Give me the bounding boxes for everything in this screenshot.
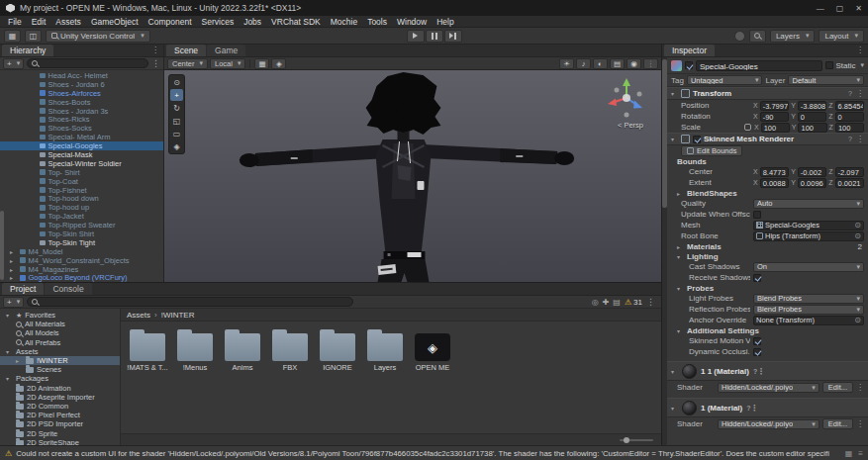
lighting-toggle-icon[interactable]: ☀ (559, 58, 574, 69)
component-menu-icon[interactable] (751, 404, 759, 413)
position-y-field[interactable]: -3.8808 (798, 101, 826, 111)
hierarchy-item[interactable]: M4_World_Constraint_Objects (0, 256, 163, 265)
material-header[interactable]: 1 (Material) (667, 398, 868, 417)
menu-item[interactable]: Jobs (239, 17, 266, 27)
foldout-icon[interactable] (671, 90, 678, 97)
rotation-z-field[interactable]: 0 (835, 112, 864, 122)
perspective-label[interactable]: < Persp (618, 121, 643, 130)
account-icon[interactable]: ◫ (25, 30, 42, 43)
project-asset[interactable]: !MATS & T... (125, 327, 170, 372)
shader-dropdown[interactable]: Hidden/Locked/.poiyo (718, 419, 820, 429)
account-avatar[interactable] (734, 31, 745, 42)
search-button[interactable] (749, 30, 766, 43)
package-item[interactable]: 2D Aseprite Importer (0, 393, 120, 402)
foldout-icon[interactable] (671, 405, 678, 412)
hierarchy-item[interactable]: Shoes-Ricks (0, 115, 163, 124)
tab-inspector[interactable]: Inspector (664, 45, 715, 56)
shader-edit-button[interactable]: Edit... (822, 418, 853, 429)
layers-dropdown[interactable]: Layers (770, 30, 816, 43)
icon-size-slider[interactable] (620, 439, 653, 441)
hierarchy-item[interactable]: Special- Metal Arm (0, 133, 163, 141)
grid-snapping-icon[interactable]: ▦ (254, 58, 269, 69)
effects-toggle-icon[interactable]: ◐ (593, 58, 608, 69)
foldout-icon[interactable] (677, 327, 684, 334)
shader-edit-button[interactable]: Edit... (822, 382, 853, 393)
probes-foldout[interactable]: Probes (667, 283, 868, 293)
hierarchy-item[interactable]: Top-Coat (0, 177, 163, 186)
shader-menu-icon[interactable] (856, 419, 864, 428)
tab-console[interactable]: Console (45, 283, 91, 295)
hierarchy-item[interactable]: Shoes - Jordan 3s (0, 107, 163, 116)
foldout-icon[interactable] (677, 285, 684, 292)
tab-scene[interactable]: Scene (166, 45, 206, 56)
transform-tool-button[interactable]: ◈ (170, 140, 183, 152)
handle-rotation-dropdown[interactable]: Local (210, 58, 245, 69)
shader-menu-icon[interactable] (856, 383, 864, 392)
close-button[interactable]: ✕ (855, 4, 862, 13)
hierarchy-item[interactable]: Top-Ripped Sweater (0, 221, 163, 230)
panel-menu-icon[interactable] (151, 46, 159, 54)
packages-header[interactable]: Packages (0, 374, 120, 383)
rotation-x-field[interactable]: -90 (760, 112, 789, 122)
foldout-icon[interactable] (6, 312, 13, 319)
hierarchy-item[interactable]: Top-Jacket (0, 212, 163, 221)
gizmos-menu-icon[interactable] (643, 58, 658, 69)
object-picker-icon[interactable] (854, 316, 861, 324)
menu-item[interactable]: Help (432, 17, 458, 27)
rect-tool-button[interactable]: ▭ (170, 128, 183, 139)
progress-activity-icon[interactable]: ≡ (858, 449, 863, 458)
update-offscreen-checkbox[interactable] (753, 211, 761, 219)
console-warning-badge[interactable]: ⚠ 31 (625, 298, 642, 307)
menu-item[interactable]: Window (392, 17, 432, 27)
extent-y-field[interactable]: 0.0096 (798, 178, 826, 188)
light-probes-dropdown[interactable]: Blend Probes (753, 294, 864, 304)
rotate-tool-button[interactable]: ↻ (170, 102, 183, 114)
scene-visibility-icon[interactable]: ▤ (610, 58, 625, 69)
lighting-foldout[interactable]: Lighting (667, 251, 868, 261)
transform-component-header[interactable]: Transform (667, 87, 868, 100)
component-enabled-checkbox[interactable] (693, 136, 701, 143)
hierarchy-item[interactable]: M4_Magazines (0, 265, 163, 274)
skinned-motion-checkbox[interactable] (753, 337, 761, 345)
assets-header[interactable]: Assets (0, 347, 120, 356)
package-item[interactable]: 2D Animation (0, 384, 120, 393)
scale-tool-button[interactable]: ◱ (170, 115, 183, 127)
asset-folder-item[interactable]: !WINTER (0, 356, 120, 365)
favorites-header[interactable]: Favorites (0, 311, 120, 320)
reflection-probes-dropdown[interactable]: Blend Probes (753, 305, 864, 315)
pivot-dropdown[interactable]: Center (167, 58, 208, 69)
scene-orientation-gizmo[interactable] (604, 75, 649, 121)
hierarchy-item[interactable]: Top- Shirt (0, 168, 163, 177)
cast-shadows-dropdown[interactable]: On (753, 262, 864, 272)
extent-z-field[interactable]: 0.0021 (835, 178, 864, 188)
foldout-icon[interactable] (671, 368, 678, 375)
maximize-button[interactable]: ▢ (836, 4, 844, 13)
expand-arrow-icon[interactable] (10, 266, 17, 273)
menu-item[interactable]: Services (197, 17, 240, 27)
package-item[interactable]: 2D PSD Importer (0, 419, 120, 428)
extent-x-field[interactable]: 0.0088 (760, 178, 789, 188)
hierarchy-item[interactable]: Top-Fishnet (0, 186, 163, 195)
project-search-input[interactable] (27, 297, 353, 307)
saved-search-icon[interactable]: ▤ (613, 298, 621, 307)
menu-item[interactable]: Edit (27, 17, 51, 27)
hierarchy-item[interactable]: Shoes-Socks (0, 124, 163, 133)
receive-shadows-checkbox[interactable] (753, 274, 761, 282)
expand-arrow-icon[interactable] (16, 357, 23, 364)
hierarchy-item[interactable]: Top-Skin Shirt (0, 230, 163, 238)
skinned-mesh-renderer-header[interactable]: Skinned Mesh Renderer (667, 133, 868, 145)
gameobject-name-field[interactable]: Special-Googles (696, 60, 822, 71)
hierarchy-item[interactable]: Special-Winter Soldier (0, 159, 163, 168)
foldout-icon[interactable] (6, 375, 13, 382)
layer-dropdown[interactable]: Default (788, 75, 864, 85)
material-header[interactable]: 1 1 (Material) (667, 361, 868, 381)
menu-item[interactable]: Mochie (326, 17, 362, 27)
hierarchy-item[interactable]: Shoes-Boots (0, 98, 163, 107)
center-z-field[interactable]: -2.097 (835, 167, 864, 177)
hierarchy-item[interactable]: Top-Skin Tight (0, 238, 163, 247)
help-icon[interactable] (848, 89, 852, 98)
package-item[interactable]: 2D SpriteShape (0, 438, 120, 445)
tab-hierarchy[interactable]: Hierarchy (2, 45, 53, 56)
project-asset[interactable]: OPEN ME (410, 327, 455, 372)
menu-item[interactable]: VRChat SDK (266, 17, 326, 27)
